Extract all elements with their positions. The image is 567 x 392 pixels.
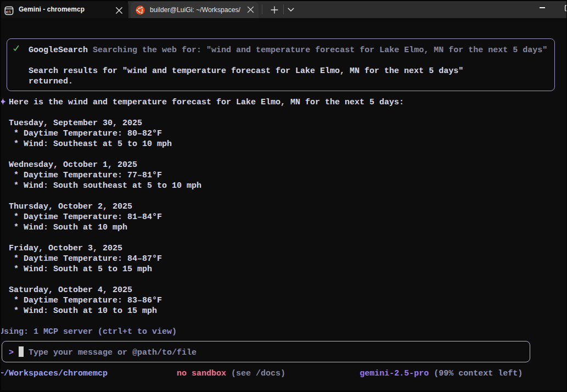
svg-text:c:\: c:\ xyxy=(6,9,10,14)
